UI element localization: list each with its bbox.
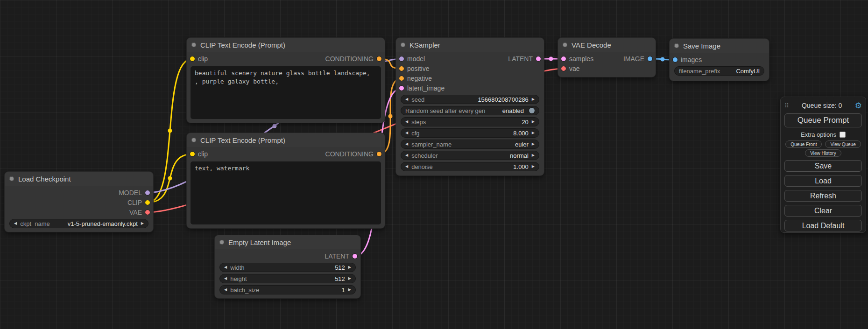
node-header[interactable]: Empty Latent Image [215,235,360,249]
input-dot-clip[interactable] [190,152,195,156]
widget-denoise[interactable]: ◀ denoise 1.000 ▶ [401,162,539,171]
input-slot-model[interactable]: model [399,55,425,63]
input-slot-positive[interactable]: positive [399,65,429,72]
queue-prompt-button[interactable]: Queue Prompt [784,113,862,127]
node-header[interactable]: Load Checkpoint [5,172,153,186]
output-slot-latent[interactable]: LATENT [508,55,541,63]
arrow-left-icon[interactable]: ◀ [405,120,408,124]
arrow-right-icon[interactable]: ▶ [348,266,351,269]
widget-height[interactable]: ◀ height 512 ▶ [219,274,356,283]
arrow-right-icon[interactable]: ▶ [532,98,535,101]
input-slot-samples[interactable]: samples [561,55,593,63]
view-history-button[interactable]: View History [805,149,841,157]
input-dot-negative[interactable] [399,76,404,81]
load-button[interactable]: Load [784,175,862,187]
output-dot-image[interactable] [648,56,652,61]
input-dot-latent-image[interactable] [399,86,404,91]
input-slot-negative[interactable]: negative [399,75,432,82]
output-dot-conditioning[interactable] [377,56,381,61]
output-slot-vae[interactable]: VAE [129,209,150,216]
output-dot-vae[interactable] [145,210,150,215]
widget-ckpt-name[interactable]: ◀ ckpt_name v1-5-pruned-emaonly.ckpt ▶ [9,219,148,228]
collapse-dot-icon[interactable] [191,42,196,47]
arrow-left-icon[interactable]: ◀ [224,266,227,269]
widget-random-seed-toggle[interactable]: Random seed after every gen enabled [401,106,539,115]
prompt-textarea[interactable]: beautiful scenery nature glass bottle la… [191,66,381,119]
node-vae-decode[interactable]: VAE Decode samples IMAGE vae [558,38,656,77]
node-empty-latent-image[interactable]: Empty Latent Image LATENT ◀ width 512 ▶ … [215,235,360,298]
input-dot-vae[interactable] [561,66,566,71]
arrow-right-icon[interactable]: ▶ [532,142,535,146]
output-slot-conditioning[interactable]: CONDITIONING [325,55,381,63]
widget-scheduler[interactable]: ◀ scheduler normal ▶ [401,151,539,160]
widget-cfg[interactable]: ◀ cfg 8.000 ▶ [401,128,539,138]
input-slot-clip[interactable]: clip [190,150,208,158]
arrow-right-icon[interactable]: ▶ [532,131,535,135]
node-header[interactable]: KSampler [396,38,544,52]
input-dot-images[interactable] [673,57,677,62]
arrow-right-icon[interactable]: ▶ [348,288,351,292]
prompt-textarea[interactable]: text, watermark [191,161,381,224]
widget-filename-prefix[interactable]: filename_prefix ComfyUI [674,66,764,76]
toggle-knob-icon[interactable] [529,108,535,113]
load-default-button[interactable]: Load Default [784,220,862,231]
output-slot-model[interactable]: MODEL [119,189,150,196]
input-slot-latent-image[interactable]: latent_image [399,84,445,92]
drag-handle-icon[interactable]: ⠿ [784,102,789,109]
arrow-left-icon[interactable]: ◀ [405,165,408,168]
collapse-dot-icon[interactable] [219,240,224,245]
refresh-button[interactable]: Refresh [784,190,862,202]
arrow-right-icon[interactable]: ▶ [532,120,535,124]
collapse-dot-icon[interactable] [9,176,14,181]
extra-options-checkbox[interactable] [840,132,846,138]
output-slot-clip[interactable]: CLIP [127,199,150,206]
node-ksampler[interactable]: KSampler model LATENT positive negative [396,38,544,175]
widget-batch-size[interactable]: ◀ batch_size 1 ▶ [219,285,356,294]
input-dot-clip[interactable] [190,56,195,61]
node-header[interactable]: Save Image [670,39,769,53]
arrow-right-icon[interactable]: ▶ [348,277,351,280]
node-header[interactable]: CLIP Text Encode (Prompt) [187,133,385,147]
input-dot-positive[interactable] [399,66,404,71]
arrow-right-icon[interactable]: ▶ [141,222,144,225]
arrow-left-icon[interactable]: ◀ [405,131,408,135]
output-dot-latent[interactable] [353,254,357,259]
input-dot-model[interactable] [399,56,404,61]
node-clip-text-encode-negative[interactable]: CLIP Text Encode (Prompt) clip CONDITION… [187,133,385,228]
output-dot-latent[interactable] [536,56,541,61]
arrow-left-icon[interactable]: ◀ [405,154,408,157]
node-clip-text-encode-positive[interactable]: CLIP Text Encode (Prompt) clip CONDITION… [187,38,385,123]
arrow-left-icon[interactable]: ◀ [224,277,227,280]
arrow-right-icon[interactable]: ▶ [532,154,535,157]
widget-sampler-name[interactable]: ◀ sampler_name euler ▶ [401,140,539,149]
save-button[interactable]: Save [784,160,862,172]
node-header[interactable]: VAE Decode [558,38,656,52]
output-slot-image[interactable]: IMAGE [623,55,652,63]
arrow-left-icon[interactable]: ◀ [224,288,227,292]
collapse-dot-icon[interactable] [191,138,196,142]
output-dot-clip[interactable] [145,200,150,205]
input-slot-vae[interactable]: vae [561,65,580,72]
input-dot-samples[interactable] [561,56,566,61]
output-slot-latent[interactable]: LATENT [325,252,357,260]
node-header[interactable]: CLIP Text Encode (Prompt) [187,38,385,52]
view-queue-button[interactable]: View Queue [825,140,861,148]
arrow-right-icon[interactable]: ▶ [532,165,535,168]
arrow-left-icon[interactable]: ◀ [405,142,408,146]
output-slot-conditioning[interactable]: CONDITIONING [325,150,381,158]
arrow-left-icon[interactable]: ◀ [405,98,408,101]
comfyui-canvas[interactable]: { "colors": { "model": "#B39DDB", "clip"… [0,0,868,329]
queue-front-button[interactable]: Queue Front [785,140,822,148]
input-slot-images[interactable]: images [673,56,702,63]
collapse-dot-icon[interactable] [401,42,405,47]
widget-steps[interactable]: ◀ steps 20 ▶ [401,117,539,126]
collapse-dot-icon[interactable] [563,42,567,47]
node-load-checkpoint[interactable]: Load Checkpoint MODEL CLIP VAE ◀ ckpt_na… [5,172,153,232]
arrow-left-icon[interactable]: ◀ [14,222,17,225]
widget-seed[interactable]: ◀ seed 156680208700286 ▶ [401,95,539,104]
settings-gear-icon[interactable]: ⚙ [855,102,862,110]
output-dot-model[interactable] [145,190,150,195]
collapse-dot-icon[interactable] [674,43,679,48]
input-slot-clip[interactable]: clip [190,55,208,63]
output-dot-conditioning[interactable] [377,152,381,156]
